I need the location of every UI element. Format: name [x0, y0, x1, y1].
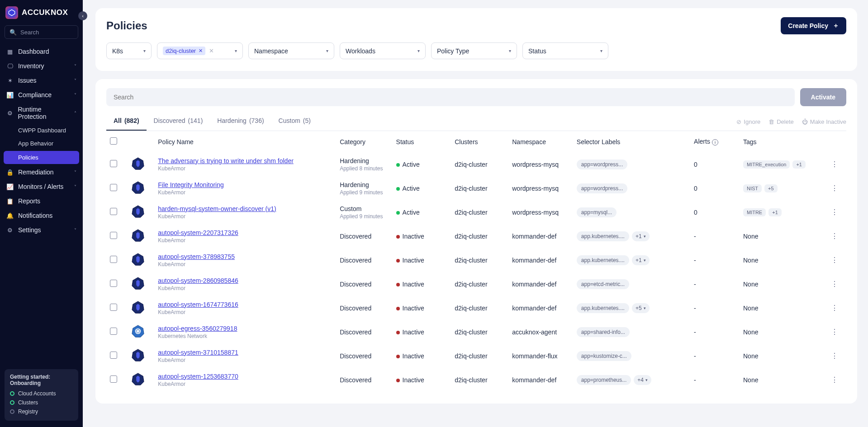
filter-k-s[interactable]: K8s▾ — [106, 42, 152, 59]
filter-label: K8s — [112, 47, 123, 55]
policy-namespace: kommander-def — [508, 296, 573, 320]
row-checkbox[interactable] — [110, 375, 117, 383]
chevron-down-icon: ▾ — [143, 48, 146, 53]
chevron-down-icon: ˅ — [74, 228, 76, 233]
row-more-button[interactable]: ⋮ — [831, 304, 838, 312]
filter-label: Policy Type — [437, 47, 469, 55]
create-policy-button[interactable]: Create Policy ＋ — [781, 17, 846, 34]
policy-name-link[interactable]: The adversary is trying to write under s… — [158, 157, 294, 164]
policy-name-link[interactable]: harden-mysql-system-owner-discover (v1) — [158, 205, 276, 212]
status-dot-icon — [396, 211, 400, 215]
row-more-button[interactable]: ⋮ — [831, 352, 838, 360]
clear-filter-icon[interactable]: ✕ — [209, 47, 214, 54]
activate-button[interactable]: Activate — [800, 88, 846, 106]
row-checkbox[interactable] — [110, 352, 117, 359]
action-delete[interactable]: 🗑Delete — [768, 118, 794, 125]
row-checkbox[interactable] — [110, 280, 117, 287]
tag-none: None — [743, 352, 758, 360]
row-more-button[interactable]: ⋮ — [831, 232, 838, 240]
row-more-button[interactable]: ⋮ — [831, 280, 838, 288]
table-row: File Integrity Monitoring KubeArmor Hard… — [106, 176, 846, 200]
label-more-button[interactable]: +4 ▾ — [634, 375, 651, 385]
policy-name-link[interactable]: autopol-system-1253683770 — [158, 373, 238, 380]
row-more-button[interactable]: ⋮ — [831, 208, 838, 216]
select-all-checkbox[interactable] — [110, 137, 117, 145]
policy-name-link[interactable]: autopol-system-2207317326 — [158, 229, 238, 236]
tab-count: (882) — [124, 117, 139, 124]
sidebar-item-notifications[interactable]: 🔔Notifications — [0, 208, 83, 223]
row-checkbox[interactable] — [110, 256, 117, 263]
policy-applied-time: Applied 9 minutes — [340, 189, 389, 196]
sidebar-item-settings[interactable]: ⚙Settings˅ — [0, 223, 83, 237]
filter-policy-type[interactable]: Policy Type▾ — [431, 42, 517, 59]
policy-name-link[interactable]: autopol-system-2860985846 — [158, 277, 238, 284]
policy-alerts: 0 — [690, 152, 740, 176]
step-status-icon — [10, 391, 14, 396]
row-more-button[interactable]: ⋮ — [831, 184, 838, 192]
sidebar-search[interactable]: 🔍 Search — [5, 25, 78, 39]
policy-status: Active — [403, 161, 420, 168]
chip-close-icon[interactable]: ✕ — [199, 48, 203, 54]
row-more-button[interactable]: ⋮ — [831, 256, 838, 264]
row-checkbox[interactable] — [110, 160, 117, 167]
tab-all[interactable]: All(882) — [106, 113, 147, 131]
nav-label: Reports — [18, 197, 40, 205]
row-checkbox[interactable] — [110, 328, 117, 335]
tabs-row: All(882)Discovered(141)Hardening(736)Cus… — [106, 113, 846, 131]
policy-alerts: - — [690, 224, 740, 248]
tab-hardening[interactable]: Hardening(736) — [210, 113, 271, 131]
tab-custom[interactable]: Custom(5) — [271, 113, 318, 131]
filter-workloads[interactable]: Workloads▾ — [340, 42, 426, 59]
filter-d-iq-cluster[interactable]: d2iq-cluster✕✕▾ — [157, 42, 243, 59]
nav-icon: ✶ — [6, 77, 14, 84]
nav-icon: 🖵 — [6, 62, 14, 70]
policy-name-link[interactable]: autopol-system-378983755 — [158, 253, 235, 260]
row-checkbox[interactable] — [110, 232, 117, 239]
col-status: Status — [393, 131, 451, 152]
policy-name-link[interactable]: autopol-system-3710158871 — [158, 349, 238, 356]
policy-tags: NIST+5 — [740, 176, 827, 200]
nav-label: Settings — [18, 226, 41, 234]
sidebar-item-runtime-protection[interactable]: ⚙Runtime Protection˄ — [0, 102, 83, 124]
tag-none: None — [743, 305, 758, 312]
tag-pill: NIST — [743, 184, 762, 192]
sidebar-item-inventory[interactable]: 🖵Inventory˅ — [0, 59, 83, 73]
onboarding-step[interactable]: Clusters — [10, 398, 73, 407]
sidebar-item-issues[interactable]: ✶Issues˅ — [0, 73, 83, 88]
table-search-input[interactable] — [106, 88, 795, 106]
row-checkbox[interactable] — [110, 304, 117, 311]
action-ignore[interactable]: ⊘Ignore — [736, 118, 760, 125]
sidebar-item-remediation[interactable]: 🔒Remediation˅ — [0, 165, 83, 179]
sidebar-subitem-app-behavior[interactable]: App Behavior — [0, 137, 83, 150]
policy-name-link[interactable]: File Integrity Monitoring — [158, 181, 224, 188]
policy-name-link[interactable]: autopol-egress-3560279918 — [158, 325, 237, 332]
label-more-button[interactable]: +5 ▾ — [632, 303, 650, 313]
policy-type-icon — [131, 324, 145, 338]
row-more-button[interactable]: ⋮ — [831, 160, 838, 168]
policy-type-icon — [131, 253, 145, 266]
filter-namespace[interactable]: Namespace▾ — [248, 42, 334, 59]
label-more-button[interactable]: +1 ▾ — [632, 255, 650, 265]
sidebar-item-monitors-alerts[interactable]: 📈Monitors / Alerts˅ — [0, 179, 83, 194]
sidebar-item-reports[interactable]: 📋Reports — [0, 194, 83, 208]
row-checkbox[interactable] — [110, 208, 117, 215]
onboarding-step[interactable]: Registry — [10, 407, 73, 416]
tab-discovered[interactable]: Discovered(141) — [147, 113, 210, 131]
onboarding-step[interactable]: Cloud Accounts — [10, 389, 73, 398]
sidebar-subitem-cwpp-dashboard[interactable]: CWPP Dashboard — [0, 124, 83, 137]
col-tags: Tags — [740, 131, 827, 152]
sidebar-item-compliance[interactable]: 📊Compliance˅ — [0, 88, 83, 102]
filter-status[interactable]: Status▾ — [522, 42, 608, 59]
sidebar-collapse-button[interactable]: ‹ — [78, 11, 87, 20]
chevron-down-icon: ▾ — [600, 48, 602, 53]
row-more-button[interactable]: ⋮ — [831, 328, 838, 336]
action-make-inactive[interactable]: ⏻Make Inactive — [802, 118, 846, 125]
label-more-button[interactable]: +1 ▾ — [632, 231, 650, 241]
chevron-down-icon: ▾ — [644, 306, 646, 310]
sidebar-subitem-policies[interactable]: Policies — [4, 151, 79, 164]
policy-applied-time: Applied 9 minutes — [340, 213, 389, 220]
sidebar-item-dashboard[interactable]: ▦Dashboard — [0, 44, 83, 59]
row-more-button[interactable]: ⋮ — [831, 376, 838, 384]
policy-name-link[interactable]: autopol-system-1674773616 — [158, 301, 238, 308]
row-checkbox[interactable] — [110, 184, 117, 191]
